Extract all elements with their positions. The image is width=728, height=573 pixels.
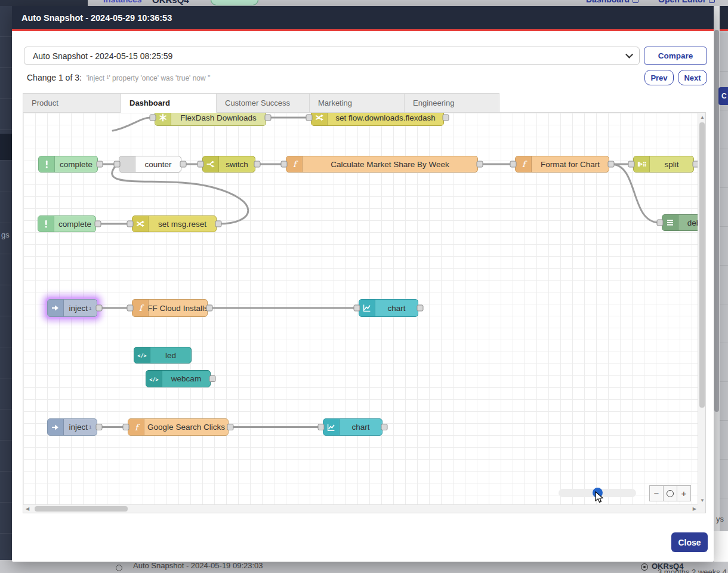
topbar-open-editor-button[interactable]: Open Editor — [658, 0, 715, 4]
background-compare-button-fragment[interactable]: C — [718, 87, 728, 105]
target-icon — [641, 563, 648, 571]
app-topbar: Instances OKRsQ4 Dashboard Open Editor — [0, 0, 728, 6]
flow-node-split[interactable]: split — [633, 156, 694, 172]
flow-node-label: inject1 — [64, 419, 97, 435]
fn-icon — [286, 156, 303, 172]
flow-node-led[interactable]: led — [134, 347, 192, 363]
flow-node-label: inject1 — [64, 300, 97, 316]
background-header-fragment — [720, 6, 728, 31]
shuffle-icon — [311, 112, 328, 125]
zoom-controls: − + — [650, 485, 691, 501]
flow-node-label: switch — [219, 156, 255, 172]
close-button[interactable]: Close — [671, 532, 708, 552]
chartline-icon — [359, 300, 375, 316]
flow-node-label: FF Cloud Installs — [149, 300, 207, 316]
external-link-icon — [709, 0, 715, 3]
scroll-right-icon[interactable]: ▶ — [693, 507, 696, 512]
prev-button[interactable]: Prev — [644, 70, 674, 85]
tab-product[interactable]: Product — [23, 93, 121, 113]
flow-node-google-search-clicks[interactable]: Google Search Clicks — [128, 418, 229, 436]
app-sidebar[interactable]: gs — [0, 6, 12, 573]
flow-node-label: led — [150, 347, 191, 363]
background-duration-label: 3 months 2 weeks 4 days — [658, 568, 728, 573]
snapshot-select[interactable]: Auto Snapshot - 2024-05-15 08:25:59 — [24, 47, 640, 65]
next-button[interactable]: Next — [678, 70, 707, 85]
background-text-fragment: ys — [716, 515, 724, 523]
background-snapshot-row[interactable]: Auto Snapshot - 2024-05-19 09:23:03 — [133, 561, 263, 570]
flow-node-webcam[interactable]: webcam — [146, 370, 211, 387]
external-link-icon — [633, 0, 638, 3]
fn-icon — [132, 300, 149, 316]
flow-node-label: split — [650, 156, 693, 172]
flow-node-complete-2[interactable]: complete — [38, 215, 96, 232]
compare-button[interactable]: Compare — [644, 47, 707, 65]
tab-dashboard[interactable]: Dashboard — [121, 93, 217, 113]
list-icon — [662, 215, 678, 230]
flow-canvas[interactable]: FlexDash Downloadsset flow.downloads.fle… — [23, 112, 706, 513]
zoom-reset-icon — [667, 490, 674, 497]
zoom-in-button[interactable]: + — [677, 485, 691, 501]
flow-node-label: FlexDash Downloads — [171, 112, 266, 125]
flow-node-counter[interactable]: counter — [119, 156, 181, 172]
topbar-dashboard-button[interactable]: Dashboard — [586, 0, 638, 4]
sidebar-item-label-fragment: gs — [1, 230, 10, 239]
flow-node-inject-1[interactable]: inject1 — [47, 299, 97, 317]
scroll-up-icon[interactable]: ▲ — [700, 115, 705, 120]
change-counter-label: Change 1 of 3: — [27, 73, 82, 82]
flow-node-chart-1[interactable]: chart — [359, 299, 418, 317]
flow-node-format-for-chart[interactable]: Format for Chart — [515, 156, 609, 172]
chevron-down-icon — [625, 51, 633, 58]
snapshot-select-value: Auto Snapshot - 2024-05-15 08:25:59 — [33, 51, 172, 61]
flow-node-label: Calculate Market Share By Week — [303, 156, 477, 172]
tab-engineering[interactable]: Engineering — [404, 93, 499, 113]
flow-node-label: set msg.reset — [149, 216, 216, 232]
arrow-icon — [48, 300, 64, 316]
flow-node-flexdash-downloads[interactable]: FlexDash Downloads — [155, 112, 266, 126]
chartline-icon — [323, 419, 340, 435]
flow-node-label: Google Search Clicks — [144, 419, 228, 435]
code-icon — [134, 347, 150, 363]
scroll-left-icon[interactable]: ◀ — [26, 507, 29, 512]
canvas-horizontal-scrollbar[interactable]: ◀ ▶ — [23, 504, 699, 513]
flow-node-set-msg-reset[interactable]: set msg.reset — [132, 215, 217, 232]
change-summary: Change 1 of 3: 'inject ¹' property 'once… — [27, 73, 211, 82]
zoom-reset-button[interactable] — [663, 485, 677, 501]
flow-nodes-layer: FlexDash Downloadsset flow.downloads.fle… — [23, 113, 705, 513]
zoom-slider[interactable] — [559, 489, 636, 497]
topbar-corner — [0, 0, 88, 6]
dialog-header: Auto Snapshot - 2024-05-29 10:36:53 — [12, 6, 714, 31]
fn-icon — [516, 156, 532, 172]
page: Instances OKRsQ4 Dashboard Open Editor g… — [0, 0, 728, 573]
split-icon — [634, 156, 650, 172]
background-card-fragment — [714, 531, 728, 562]
exclaim-icon — [39, 156, 55, 172]
tab-marketing[interactable]: Marketing — [309, 93, 405, 113]
change-detail-text: 'inject ¹' property 'once' was 'true' no… — [87, 74, 211, 82]
flow-node-switch[interactable]: switch — [202, 156, 255, 172]
canvas-vertical-scrollbar[interactable]: ▲ ▼ — [698, 113, 705, 506]
flow-node-label: Format for Chart — [532, 156, 609, 172]
zoom-slider-thumb[interactable] — [593, 488, 603, 498]
snapshot-dialog: Auto Snapshot - 2024-05-29 10:36:53 Auto… — [12, 6, 714, 562]
page-scrollbar-thumb[interactable] — [714, 30, 719, 412]
flow-node-ff-cloud-installs[interactable]: FF Cloud Installs — [132, 299, 208, 317]
arrow-icon — [48, 419, 64, 435]
canvas-vscroll-thumb[interactable] — [699, 122, 705, 408]
flow-node-label: chart — [340, 419, 382, 435]
canvas-hscroll-thumb[interactable] — [35, 506, 128, 512]
tab-bar: ProductDashboardCustomer SuccessMarketin… — [23, 93, 499, 113]
flow-node-calculate-market-share[interactable]: Calculate Market Share By Week — [286, 156, 478, 172]
sidebar-active-item[interactable] — [0, 134, 12, 160]
none-icon — [119, 156, 135, 172]
shuffle-icon — [132, 216, 149, 232]
flow-node-set-flow-downloads-flexdash[interactable]: set flow.downloads.flexdash — [311, 112, 444, 126]
zoom-out-button[interactable]: − — [649, 485, 664, 501]
nav-instances[interactable]: Instances — [103, 0, 142, 4]
flow-node-label: webcam — [162, 371, 210, 387]
flow-node-inject-2[interactable]: inject1 — [47, 418, 97, 436]
scrollbar-corner — [698, 504, 705, 513]
flow-node-chart-2[interactable]: chart — [323, 418, 382, 436]
scroll-down-icon[interactable]: ▼ — [700, 498, 705, 503]
tab-customer-success[interactable]: Customer Success — [216, 93, 310, 113]
flow-node-complete-1[interactable]: complete — [38, 156, 98, 172]
